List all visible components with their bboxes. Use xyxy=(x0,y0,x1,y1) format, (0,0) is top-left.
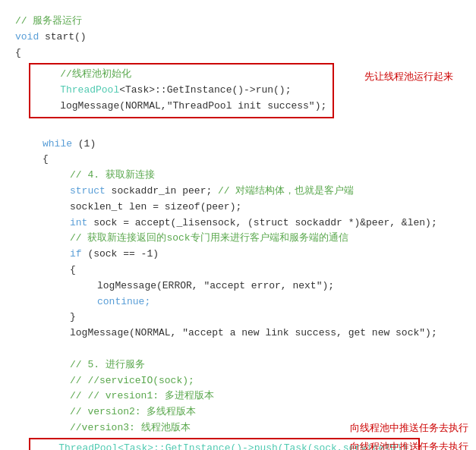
code-line: { xyxy=(15,46,461,61)
plain-text: socklen_t len = sizeof(peer); xyxy=(70,200,241,216)
keyword-if: if xyxy=(70,247,82,263)
keyword-void: void xyxy=(15,30,45,46)
plain-text: logMessage(ERROR, "accept error, next"); xyxy=(97,278,334,294)
plain-text: { xyxy=(15,46,21,61)
code-line: // version2: 多线程版本 xyxy=(15,404,461,420)
code-line: // 获取新连接返回的sock专门用来进行客户端和服务端的通信 xyxy=(15,231,461,247)
code-line: // 服务器运行 xyxy=(15,14,461,30)
comment-text: //线程池初始化 xyxy=(36,67,131,83)
plain-text: sockaddr_in peer; xyxy=(112,184,218,200)
comment-text: // //serviceIO(sock); xyxy=(70,373,194,389)
code-line: // // vresion1: 多进程版本 xyxy=(15,389,461,404)
code-line: continue; xyxy=(15,294,461,310)
comment-text: // // vresion1: 多进程版本 xyxy=(70,389,214,404)
code-line xyxy=(15,121,461,137)
keyword-struct: struct xyxy=(70,184,112,200)
code-line: while (1) xyxy=(15,137,461,153)
plain-text: } xyxy=(70,310,76,326)
code-line: ThreadPool<Task>::GetInstance()->run(); xyxy=(36,83,326,99)
plain-text: logMessage(NORMAL, "accept a new link su… xyxy=(70,326,437,341)
comment-text: // 获取新连接返回的sock专门用来进行客户端和服务端的通信 xyxy=(70,231,348,247)
code-line: socklen_t len = sizeof(peer); xyxy=(15,200,461,216)
code-line: //version3: 线程池版本 向线程池中推送任务去执行 xyxy=(15,420,461,436)
annotation-box2: 向线程池中推送任务去执行 xyxy=(350,420,468,436)
plain-text: { xyxy=(43,152,49,168)
code-line: struct sockaddr_in peer; // 对端结构体，也就是客户端 xyxy=(15,184,461,200)
code-line: } xyxy=(15,310,461,326)
code-line: if (sock == -1) xyxy=(15,247,461,263)
box-1: //线程池初始化 ThreadPool<Task>::GetInstance()… xyxy=(29,63,334,118)
annotation-box2-inline: 向线程池中推送任务去执行 xyxy=(350,439,468,450)
highlight-block-1: //线程池初始化 ThreadPool<Task>::GetInstance()… xyxy=(15,63,461,118)
code-line: int sock = accept(_lisensock, (struct so… xyxy=(15,216,461,231)
code-area: // 服务器运行 void start() { //线程池初始化 ThreadP… xyxy=(0,8,476,450)
keyword-int: int xyxy=(70,216,87,231)
code-line: logMessage(NORMAL,"ThreadPool init succe… xyxy=(36,99,326,115)
code-line: //线程池初始化 xyxy=(36,67,326,83)
plain-text: { xyxy=(70,263,76,278)
plain-text: sock = accept(_lisensock, (struct sockad… xyxy=(87,216,437,231)
code-line: logMessage(ERROR, "accept error, next"); xyxy=(15,278,461,294)
keyword-while: while xyxy=(43,137,72,153)
code-line: // 5. 进行服务 xyxy=(15,357,461,373)
comment-text: //version3: 线程池版本 xyxy=(70,420,191,436)
highlight-block-2: ThreadPool<Task>::GetInstance()->push(Ta… xyxy=(15,438,461,450)
plain-text: start() xyxy=(45,30,87,46)
code-line: void start() xyxy=(15,30,461,46)
type-text: ThreadPool xyxy=(36,83,119,99)
plain-text: (sock == -1) xyxy=(82,247,159,263)
annotation-box1: 先让线程池运行起来 xyxy=(364,69,453,85)
comment-text: // 对端结构体，也就是客户端 xyxy=(218,184,354,200)
comment-text: // 5. 进行服务 xyxy=(70,357,145,373)
code-line: { xyxy=(15,263,461,278)
plain-text: (1) xyxy=(72,137,96,153)
comment-text: // 服务器运行 xyxy=(15,14,82,30)
code-line: // //serviceIO(sock); xyxy=(15,373,461,389)
code-line: // 4. 获取新连接 xyxy=(15,168,461,184)
code-line: { xyxy=(15,152,461,168)
keyword-continue: continue; xyxy=(97,294,150,310)
comment-text: // 4. 获取新连接 xyxy=(70,168,155,184)
code-line: logMessage(NORMAL, "accept a new link su… xyxy=(15,326,461,341)
plain-text: <Task>::GetInstance()->run(); xyxy=(119,83,291,99)
plain-text: logMessage(NORMAL,"ThreadPool init succe… xyxy=(36,99,326,115)
code-line xyxy=(15,341,461,357)
comment-text: // version2: 多线程版本 xyxy=(70,404,196,420)
